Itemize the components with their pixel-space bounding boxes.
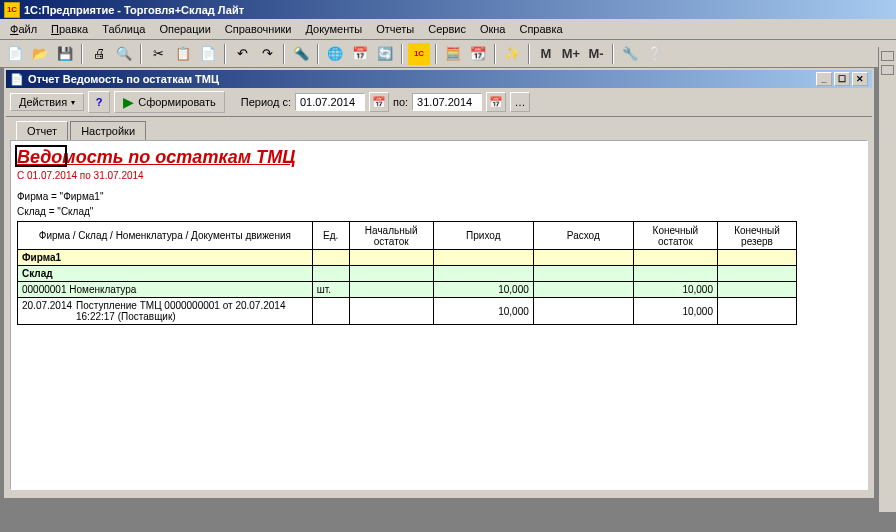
menu-help[interactable]: Справка [513,21,568,37]
col-outcome: Расход [533,222,633,250]
tab-report[interactable]: Отчет [16,121,68,140]
menu-table[interactable]: Таблица [96,21,151,37]
tab-settings[interactable]: Настройки [70,121,146,140]
play-icon: ▶ [123,94,134,110]
actions-button[interactable]: Действия▾ [10,93,84,111]
undo-icon[interactable]: ↶ [231,43,253,65]
calc-icon[interactable]: 🧮 [442,43,464,65]
app-title: 1С:Предприятие - Торговля+Склад Лайт [24,4,244,16]
date-icon[interactable]: 📆 [467,43,489,65]
report-window: 📄 Отчет Ведомость по остаткам ТМЦ _ ☐ ✕ … [4,68,874,498]
main-titlebar: 1C 1С:Предприятие - Торговля+Склад Лайт [0,0,896,19]
doc-icon: 📄 [10,73,24,86]
mminus-button[interactable]: M- [585,43,607,65]
new-icon[interactable]: 📄 [4,43,26,65]
menu-service[interactable]: Сервис [422,21,472,37]
col-begin: Начальный остаток [349,222,433,250]
row-nomenclature[interactable]: 00000001 Номенклатура шт. 10,000 10,000 [18,282,797,298]
cal-from-button[interactable]: 📅 [369,92,389,112]
row-sklad[interactable]: Склад [18,266,797,282]
form-button[interactable]: ▶ Сформировать [114,91,225,113]
save-icon[interactable]: 💾 [54,43,76,65]
report-period: С 01.07.2014 по 31.07.2014 [17,170,861,181]
main-menubar: Файл Правка Таблица Операции Справочники… [0,19,896,40]
right-dock-strip [878,47,896,512]
cut-icon[interactable]: ✂ [147,43,169,65]
tools-icon[interactable]: 🔧 [619,43,641,65]
refresh-icon[interactable]: 🔄 [374,43,396,65]
date-to-input[interactable] [412,93,482,111]
cell-selection [15,145,67,167]
col-reserve: Конечный резерв [718,222,797,250]
1c-icon[interactable]: 1C [408,43,430,65]
filter-sklad: Склад = "Склад" [17,206,861,217]
header-row: Фирма / Склад / Номенклатура / Документы… [18,222,797,250]
m-button[interactable]: M [535,43,557,65]
menu-docs[interactable]: Документы [299,21,368,37]
report-area[interactable]: Ведомость по остаткам ТМЦ С 01.07.2014 п… [10,140,868,490]
filter-firma: Фирма = "Фирма1" [17,191,861,202]
dock-tab-2[interactable] [881,65,894,75]
menu-file[interactable]: Файл [4,21,43,37]
period-from-label: Период с: [241,96,291,108]
child-toolbar: Действия▾ ? ▶ Сформировать Период с: 📅 п… [6,88,872,117]
period-to-label: по: [393,96,408,108]
redo-icon[interactable]: ↷ [256,43,278,65]
col-end: Конечный остаток [633,222,717,250]
help-icon[interactable]: ❔ [644,43,666,65]
maximize-button[interactable]: ☐ [834,72,850,86]
report-title: Ведомость по остаткам ТМЦ [17,147,861,168]
mdi-area: 📄 Отчет Ведомость по остаткам ТМЦ _ ☐ ✕ … [0,68,896,532]
copy-icon[interactable]: 📋 [172,43,194,65]
col-income: Приход [433,222,533,250]
menu-operations[interactable]: Операции [153,21,216,37]
find-icon[interactable]: 🔦 [290,43,312,65]
app-icon: 1C [4,2,20,18]
menu-refs[interactable]: Справочники [219,21,298,37]
period-ellipsis-button[interactable]: … [510,92,530,112]
dock-tab-1[interactable] [881,51,894,61]
child-title-text: Отчет Ведомость по остаткам ТМЦ [28,73,219,85]
row-document[interactable]: 20.07.2014 Поступление ТМЦ 0000000001 от… [18,298,797,325]
wand-icon[interactable]: ✨ [501,43,523,65]
row-firma[interactable]: Фирма1 [18,250,797,266]
cal-to-button[interactable]: 📅 [486,92,506,112]
main-toolbar: 📄 📂 💾 🖨 🔍 ✂ 📋 📄 ↶ ↷ 🔦 🌐 📅 🔄 1C 🧮 📆 ✨ M M… [0,40,896,68]
close-button[interactable]: ✕ [852,72,868,86]
col-firma: Фирма / Склад / Номенклатура / Документы… [18,222,313,250]
browser-icon[interactable]: 🌐 [324,43,346,65]
child-titlebar: 📄 Отчет Ведомость по остаткам ТМЦ _ ☐ ✕ [6,70,872,88]
doc-text: Поступление ТМЦ 0000000001 от 20.07.2014… [76,300,308,322]
menu-windows[interactable]: Окна [474,21,512,37]
menu-reports[interactable]: Отчеты [370,21,420,37]
paste-icon[interactable]: 📄 [197,43,219,65]
calendar-icon[interactable]: 📅 [349,43,371,65]
help-button[interactable]: ? [88,91,110,113]
report-table: Фирма / Склад / Номенклатура / Документы… [17,221,797,325]
tabs: Отчет Настройки [6,117,872,140]
doc-date: 20.07.2014 [22,300,76,322]
print-icon[interactable]: 🖨 [88,43,110,65]
menu-edit[interactable]: Правка [45,21,94,37]
open-icon[interactable]: 📂 [29,43,51,65]
mplus-button[interactable]: M+ [560,43,582,65]
col-unit: Ед. [312,222,349,250]
minimize-button[interactable]: _ [816,72,832,86]
preview-icon[interactable]: 🔍 [113,43,135,65]
date-from-input[interactable] [295,93,365,111]
